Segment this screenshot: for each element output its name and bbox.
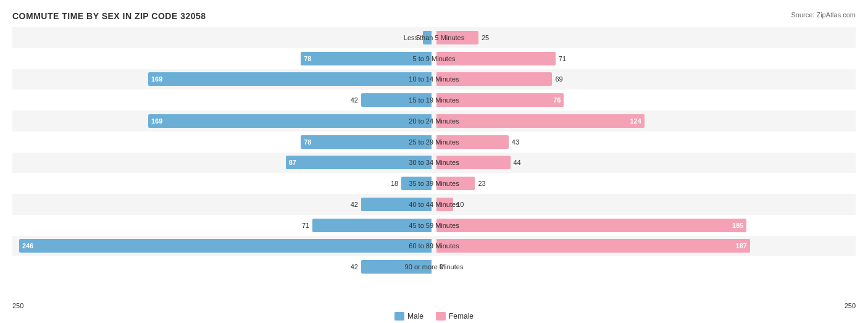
- female-bar: 10: [436, 198, 453, 211]
- legend-female: Female: [436, 312, 474, 321]
- axis-left: 250: [12, 302, 23, 309]
- female-bar: 69: [436, 72, 552, 86]
- female-bar: 185: [436, 219, 746, 232]
- male-bar: 18: [401, 177, 432, 190]
- male-value: 169: [151, 75, 165, 83]
- male-value: 5: [416, 34, 423, 41]
- axis-bottom: 250 250: [12, 302, 856, 309]
- female-bar: 187: [436, 239, 750, 253]
- bar-row: 4240 to 44 Minutes10: [12, 194, 856, 215]
- male-value: 71: [302, 222, 312, 229]
- axis-right: 250: [845, 302, 856, 309]
- male-label: Male: [407, 312, 424, 321]
- bar-row: 16910 to 14 Minutes69: [12, 69, 856, 90]
- bars-area: 5Less than 5 Minutes25785 to 9 Minutes71…: [12, 27, 856, 277]
- male-bar: 42: [361, 198, 432, 211]
- female-bar: 76: [436, 93, 564, 107]
- male-bar: 78: [301, 135, 432, 149]
- male-bar: 169: [148, 72, 432, 86]
- female-bar: 23: [436, 177, 475, 190]
- bar-row: 24660 to 89 Minutes187: [12, 236, 856, 257]
- female-bar: 124: [436, 114, 645, 128]
- male-value: 42: [351, 96, 361, 104]
- legend-male: Male: [394, 312, 424, 321]
- bar-row: 1835 to 39 Minutes23: [12, 173, 856, 194]
- male-value: 42: [351, 263, 361, 271]
- male-bar: 78: [301, 52, 432, 65]
- female-bar: 25: [436, 31, 478, 44]
- bar-row: 4290 or more Minutes0: [12, 256, 856, 277]
- female-value: 185: [729, 222, 743, 229]
- female-value: 10: [453, 201, 464, 208]
- bar-row: 7825 to 29 Minutes43: [12, 132, 856, 153]
- male-value: 78: [304, 138, 314, 146]
- bar-row: 16920 to 24 Minutes124: [12, 111, 856, 132]
- source-label: Source: ZipAtlas.com: [791, 11, 856, 19]
- female-bar: 44: [436, 156, 511, 169]
- bar-row: 8730 to 34 Minutes44: [12, 153, 856, 174]
- male-value: 42: [351, 201, 361, 208]
- female-value: 187: [733, 242, 747, 250]
- female-bar: 43: [436, 135, 509, 149]
- female-value: 23: [475, 180, 485, 187]
- bar-row: 785 to 9 Minutes71: [12, 48, 856, 69]
- male-bar: 246: [19, 239, 432, 253]
- female-value: 0: [436, 263, 443, 271]
- female-value: 25: [478, 34, 489, 41]
- male-bar: 42: [361, 260, 432, 274]
- chart-title: COMMUTE TIME BY SEX IN ZIP CODE 32058: [12, 11, 856, 21]
- female-bar: 71: [436, 52, 556, 65]
- legend: Male Female: [394, 312, 474, 321]
- male-bar: 42: [361, 93, 432, 107]
- female-value: 69: [552, 75, 562, 83]
- bar-row: 5Less than 5 Minutes25: [12, 27, 856, 48]
- female-value: 43: [509, 138, 519, 146]
- female-value: 124: [627, 117, 641, 125]
- male-bar: 5: [423, 31, 432, 44]
- male-bar: 71: [312, 219, 432, 232]
- male-value: 78: [304, 55, 314, 62]
- bar-row: 4215 to 19 Minutes76: [12, 90, 856, 111]
- female-value: 76: [550, 96, 561, 104]
- male-bar: 169: [148, 114, 432, 128]
- male-value: 18: [391, 180, 401, 187]
- bar-row: 7145 to 59 Minutes185: [12, 215, 856, 236]
- female-value: 44: [511, 159, 521, 166]
- male-bar: 87: [286, 156, 432, 169]
- male-value: 169: [151, 117, 165, 125]
- male-value: 246: [22, 242, 36, 250]
- female-swatch: [436, 312, 446, 321]
- female-value: 71: [556, 55, 566, 62]
- male-swatch: [394, 312, 404, 321]
- male-value: 87: [289, 159, 299, 166]
- female-label: Female: [449, 312, 474, 321]
- chart-container: COMMUTE TIME BY SEX IN ZIP CODE 32058 So…: [0, 0, 868, 323]
